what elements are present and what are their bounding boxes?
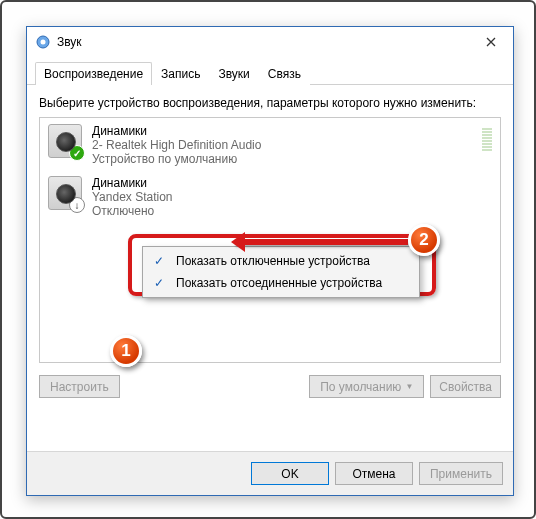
annotation-marker-1: 1 bbox=[110, 335, 142, 367]
menu-item-label: Показать отсоединенные устройства bbox=[176, 276, 382, 290]
default-badge-icon: ✓ bbox=[69, 145, 85, 161]
configure-button[interactable]: Настроить bbox=[39, 375, 120, 398]
window-title: Звук bbox=[57, 35, 82, 49]
titlebar[interactable]: Звук bbox=[27, 27, 513, 57]
device-sub: Yandex Station bbox=[92, 190, 173, 204]
chevron-down-icon: ▼ bbox=[405, 382, 413, 391]
tab-sounds[interactable]: Звуки bbox=[209, 62, 258, 85]
device-item[interactable]: ✓ Динамики 2- Realtek High Definition Au… bbox=[40, 118, 500, 170]
speaker-device-icon: ↓ bbox=[48, 176, 82, 210]
menu-item-label: Показать отключенные устройства bbox=[176, 254, 370, 268]
check-icon: ✓ bbox=[150, 276, 168, 290]
tab-communications[interactable]: Связь bbox=[259, 62, 310, 85]
device-status: Отключено bbox=[92, 204, 173, 218]
device-text: Динамики 2- Realtek High Definition Audi… bbox=[92, 124, 261, 166]
annotation-marker-2: 2 bbox=[408, 224, 440, 256]
check-icon: ✓ bbox=[150, 254, 168, 268]
apply-button[interactable]: Применить bbox=[419, 462, 503, 485]
speaker-device-icon: ✓ bbox=[48, 124, 82, 158]
disabled-badge-icon: ↓ bbox=[69, 197, 85, 213]
ok-button[interactable]: OK bbox=[251, 462, 329, 485]
device-name: Динамики bbox=[92, 124, 261, 138]
tab-bar: Воспроизведение Запись Звуки Связь bbox=[27, 57, 513, 85]
tab-playback[interactable]: Воспроизведение bbox=[35, 62, 152, 85]
menu-show-disconnected[interactable]: ✓ Показать отсоединенные устройства bbox=[146, 272, 416, 294]
properties-button[interactable]: Свойства bbox=[430, 375, 501, 398]
hint-text: Выберите устройство воспроизведения, пар… bbox=[39, 95, 501, 111]
menu-show-disabled[interactable]: ✓ Показать отключенные устройства bbox=[146, 250, 416, 272]
cancel-button[interactable]: Отмена bbox=[335, 462, 413, 485]
device-name: Динамики bbox=[92, 176, 173, 190]
speaker-icon bbox=[35, 34, 51, 50]
context-menu: ✓ Показать отключенные устройства ✓ Пока… bbox=[142, 246, 420, 298]
button-row: Настроить По умолчанию ▼ Свойства bbox=[39, 363, 501, 398]
dialog-footer: OK Отмена Применить bbox=[27, 451, 513, 495]
close-button[interactable] bbox=[468, 27, 513, 57]
device-item[interactable]: ↓ Динамики Yandex Station Отключено bbox=[40, 170, 500, 222]
device-sub: 2- Realtek High Definition Audio bbox=[92, 138, 261, 152]
annotation-arrow bbox=[235, 239, 408, 245]
tab-recording[interactable]: Запись bbox=[152, 62, 209, 85]
device-text: Динамики Yandex Station Отключено bbox=[92, 176, 173, 218]
device-status: Устройство по умолчанию bbox=[92, 152, 261, 166]
level-meter-icon bbox=[482, 128, 492, 151]
set-default-button[interactable]: По умолчанию ▼ bbox=[309, 375, 424, 398]
tab-content: Выберите устройство воспроизведения, пар… bbox=[27, 85, 513, 408]
sound-dialog: Звук Воспроизведение Запись Звуки Связь … bbox=[26, 26, 514, 496]
svg-point-1 bbox=[41, 40, 46, 45]
